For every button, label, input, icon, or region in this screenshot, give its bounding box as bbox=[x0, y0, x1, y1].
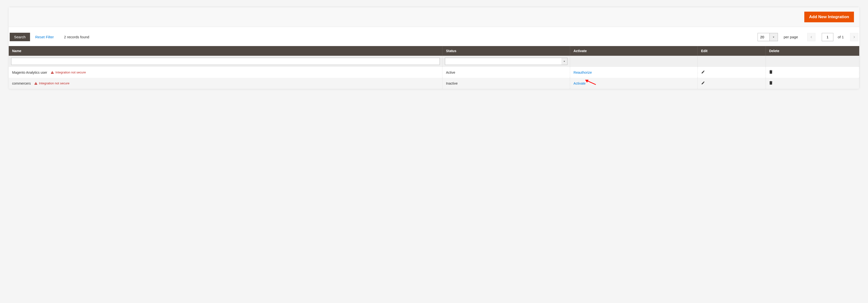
integration-name: commercers bbox=[12, 81, 31, 85]
grid-controls: Search Reset Filter 2 records found per … bbox=[9, 27, 859, 46]
insecure-warning: Integration not secure bbox=[51, 71, 86, 74]
warning-triangle-icon bbox=[34, 82, 37, 85]
edit-button[interactable] bbox=[701, 70, 705, 74]
table-row[interactable]: commercers Integration not secure Inacti… bbox=[9, 78, 859, 89]
caret-down-icon bbox=[563, 60, 565, 62]
caret-down-icon bbox=[773, 36, 775, 38]
delete-button[interactable] bbox=[769, 70, 773, 74]
svg-rect-7 bbox=[769, 71, 772, 71]
activate-link[interactable]: Activate bbox=[574, 81, 586, 85]
integration-name: Magento Analytics user bbox=[12, 71, 47, 75]
header-name[interactable]: Name bbox=[9, 46, 442, 56]
header-edit: Edit bbox=[698, 46, 766, 56]
svg-line-12 bbox=[587, 81, 596, 85]
pencil-icon bbox=[701, 70, 705, 74]
add-new-integration-button[interactable]: Add New Integration bbox=[804, 11, 854, 22]
reset-filter-link[interactable]: Reset Filter bbox=[35, 35, 54, 39]
svg-marker-13 bbox=[585, 80, 589, 83]
filter-name-input[interactable] bbox=[11, 58, 440, 65]
delete-button[interactable] bbox=[769, 81, 773, 85]
svg-rect-17 bbox=[770, 81, 771, 81]
grid-wrapper: Name Status Activate Edit Delete bbox=[9, 46, 859, 89]
svg-rect-16 bbox=[769, 81, 772, 82]
insecure-warning: Integration not secure bbox=[34, 81, 69, 85]
trash-icon bbox=[769, 81, 773, 85]
integrations-panel: Add New Integration Search Reset Filter … bbox=[9, 7, 859, 89]
svg-rect-8 bbox=[770, 70, 771, 71]
edit-button[interactable] bbox=[701, 81, 705, 85]
header-status[interactable]: Status bbox=[442, 46, 570, 56]
integrations-table: Name Status Activate Edit Delete bbox=[9, 46, 859, 89]
page-size-control bbox=[757, 33, 778, 41]
next-page-button[interactable] bbox=[850, 33, 858, 41]
svg-rect-15 bbox=[770, 82, 772, 85]
warning-text: Integration not secure bbox=[56, 71, 86, 74]
svg-rect-6 bbox=[770, 71, 772, 74]
chevron-right-icon bbox=[853, 36, 856, 38]
svg-marker-0 bbox=[773, 36, 774, 37]
annotation-arrow-icon bbox=[585, 79, 596, 86]
pagination-controls: per page of 1 bbox=[757, 33, 858, 41]
status-cell: Inactive bbox=[442, 78, 570, 89]
svg-marker-1 bbox=[564, 61, 565, 62]
filter-status-dropdown-button[interactable] bbox=[561, 58, 567, 65]
table-header-row: Name Status Activate Edit Delete bbox=[9, 46, 859, 56]
pencil-icon bbox=[701, 81, 705, 85]
per-page-label: per page bbox=[784, 35, 798, 39]
trash-icon bbox=[769, 70, 773, 74]
page-size-dropdown-button[interactable] bbox=[770, 33, 778, 41]
current-page-input[interactable] bbox=[822, 33, 833, 41]
top-action-bar: Add New Integration bbox=[9, 7, 859, 27]
chevron-left-icon bbox=[810, 36, 812, 38]
records-found-label: 2 records found bbox=[64, 35, 89, 39]
warning-text: Integration not secure bbox=[39, 81, 69, 85]
header-delete: Delete bbox=[766, 46, 859, 56]
activate-link[interactable]: Reauthorize bbox=[574, 71, 592, 75]
header-activate: Activate bbox=[570, 46, 698, 56]
page-size-input[interactable] bbox=[757, 33, 770, 41]
table-row[interactable]: Magento Analytics user Integration not s… bbox=[9, 67, 859, 78]
table-filter-row bbox=[9, 56, 859, 67]
filter-status-select[interactable] bbox=[445, 58, 561, 65]
prev-page-button[interactable] bbox=[807, 33, 815, 41]
total-pages-label: of 1 bbox=[838, 35, 844, 39]
warning-triangle-icon bbox=[51, 71, 54, 74]
search-button[interactable]: Search bbox=[10, 33, 30, 41]
status-cell: Active bbox=[442, 67, 570, 78]
